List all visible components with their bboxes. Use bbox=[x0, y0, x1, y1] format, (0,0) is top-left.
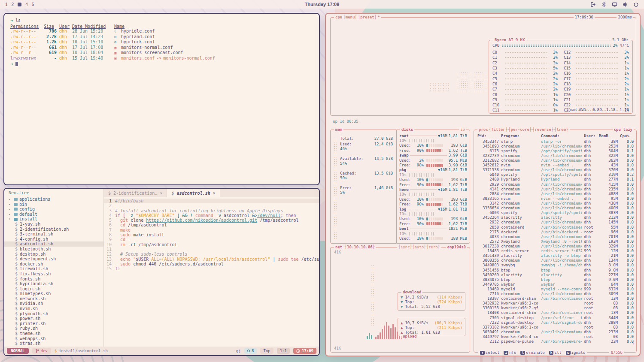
tab-menu[interactable]: ┤menu├ bbox=[343, 15, 357, 19]
tree-file-ruby.sh[interactable]: $ruby.sh bbox=[4, 326, 103, 331]
power-icon[interactable] bbox=[633, 2, 639, 7]
process-row[interactable]: 3373182kworker/u96:1-coroot0B0.0 bbox=[474, 325, 636, 329]
code-line[interactable]: 13 echo "$USER ALL=(ALL) NOPASSWD: /usr/… bbox=[104, 257, 319, 262]
tree-file-power.sh[interactable]: $power.sh bbox=[4, 316, 103, 321]
code-line[interactable]: 15fi bbox=[104, 266, 319, 271]
code-line[interactable]: 12 # Setup sudo-less controls bbox=[104, 252, 319, 256]
tree-file-plymouth.sh[interactable]: $plymouth.sh bbox=[4, 311, 103, 317]
scroll-up-icon[interactable]: ↑ bbox=[633, 139, 635, 144]
tree-file-fonts.sh[interactable]: $fonts.sh bbox=[4, 277, 103, 282]
tree-file-login.sh[interactable]: $login.sh bbox=[4, 287, 103, 292]
code-line[interactable]: 4if [ -z "$OMARCHY_BARE" ] && ! command … bbox=[104, 213, 319, 218]
process-row[interactable]: 18483redis-serverredis-server *:63799912… bbox=[474, 249, 636, 253]
tree-folder-bin[interactable]: ▸bin bbox=[4, 202, 103, 207]
tree-folder-install[interactable]: ▾install bbox=[4, 217, 103, 222]
proc-tab-tree[interactable]: ┤tree├ bbox=[554, 127, 568, 132]
process-row[interactable]: 3432932kworker/u96:3-coroot0B0.0 bbox=[474, 301, 636, 306]
hint-ignals[interactable]: signals bbox=[566, 350, 585, 355]
volume-icon[interactable] bbox=[623, 2, 628, 7]
process-row[interactable]: 7232signal-desktop/usr/lib/signal-dedhh2… bbox=[474, 320, 636, 325]
tree-file-firewall.sh[interactable]: $firewall.sh bbox=[4, 266, 103, 272]
code-line[interactable]: 10 rm -rf /tmp/asdcontrol bbox=[104, 242, 319, 247]
process-column-header[interactable]: MemB bbox=[599, 134, 618, 138]
code-line[interactable]: 1#!/bin/bash bbox=[104, 199, 319, 203]
process-row[interactable]: 3033165nvimnvim --embed .dhh95M0.0 bbox=[474, 196, 636, 201]
system-monitor-window[interactable]: cpu┤menu├┤preset├* 17:09:30 2000ms Ryzen… bbox=[325, 13, 641, 356]
process-row[interactable]: 2488HyprlandHyprlanddhh277M0.1 bbox=[474, 177, 636, 182]
process-row[interactable]: 3452264alacrittyalacrittydhh212M0.0 bbox=[474, 215, 636, 220]
network-interface[interactable]: enp194s0 bbox=[446, 245, 467, 249]
process-row[interactable]: 18397containerd-shim/usr/bin/containerro… bbox=[474, 296, 636, 301]
process-column-header[interactable]: Command: bbox=[541, 134, 582, 138]
net-tab-sync[interactable]: ┤sync├ bbox=[398, 245, 412, 249]
process-row[interactable]: 4141chromium/usr/lib/chromium/dhh235M0.0 bbox=[474, 187, 636, 191]
process-row[interactable]: 3232739chromium/usr/lib/chromium/dhh322M… bbox=[474, 153, 636, 158]
tree-folder-default[interactable]: ▸default bbox=[4, 212, 103, 217]
process-row[interactable]: 3452612nvimnvim --embed .dhh43M0.0 bbox=[474, 163, 636, 168]
process-row[interactable]: 3017238chromium/usr/lib/chromium/dhh329M… bbox=[474, 244, 636, 248]
tree-file-printer.sh[interactable]: $printer.sh bbox=[4, 321, 103, 326]
tree-file-hyprlandia.sh[interactable]: $hyprlandia.sh bbox=[4, 281, 103, 287]
io-toggle[interactable]: io bbox=[459, 127, 466, 132]
process-row[interactable]: 18408containerd-shim/usr/bin/containerro… bbox=[474, 311, 636, 315]
tab-2-identification…[interactable]: $2-identification…× bbox=[104, 189, 167, 197]
process-row[interactable]: 2929chromium/usr/lib/chromium/dhh415M0.0 bbox=[474, 182, 636, 187]
tree-file-theme.sh[interactable]: $theme.sh bbox=[4, 331, 103, 336]
process-row[interactable]: 3449797kworker/u96:4-coroot0B0.0 bbox=[474, 334, 636, 339]
tree-file-mimetypes.sh[interactable]: $mimetypes.sh bbox=[4, 291, 103, 296]
tree-file-nvidia.sh[interactable]: $nvidia.sh bbox=[4, 301, 103, 306]
process-row[interactable]: 2058containerd/usr/bin/containerroot55M0… bbox=[474, 225, 636, 229]
process-row[interactable]: 3034075btopbtopdhh9.0M0.0 bbox=[474, 277, 636, 282]
process-row[interactable]: 3008356chromium/usr/lib/chromium/dhh134M… bbox=[474, 258, 636, 263]
process-row[interactable]: 3451693chromium/usr/lib/chromium/dhh253M… bbox=[474, 144, 636, 148]
screenshare-icon[interactable] bbox=[590, 2, 596, 7]
hint-select[interactable]: ↑select bbox=[480, 350, 499, 355]
process-row[interactable]: 18469mysqldmysqld --max-conne999632M0.0 bbox=[474, 287, 636, 291]
process-row[interactable]: 2932chromium/usr/lib/chromium/dhh145M0.0 bbox=[474, 220, 636, 225]
process-row[interactable]: 2572XwaylandXwayland :0 -rootldhh193M0.0 bbox=[474, 239, 636, 244]
process-row[interactable]: 6003spotify/opt/spotify/spotidhh383M0.0 bbox=[474, 211, 636, 215]
tree-file-nvim.sh[interactable]: $nvim.sh bbox=[4, 306, 103, 311]
terminal-window[interactable]: → ls PermissionsSizeUserDate ModifiedNam… bbox=[3, 13, 320, 185]
process-row[interactable]: 2884chromium/usr/lib/chromium/dhh488M0.0 bbox=[474, 191, 636, 196]
tab-cpu[interactable]: cpu bbox=[335, 15, 342, 19]
hint-ill[interactable]: kill bbox=[549, 350, 562, 355]
proc-tab-filter[interactable]: ┤filter├ bbox=[489, 127, 507, 132]
tree-file-fix-fkeys.sh[interactable]: $fix-fkeys.sh bbox=[4, 272, 103, 277]
tree-folder-config[interactable]: ▸config bbox=[4, 207, 103, 212]
close-icon[interactable]: × bbox=[213, 191, 216, 196]
editor-window[interactable]: Neo-tree ▸applications▸bin▸config▸defaul… bbox=[3, 188, 320, 356]
process-column-header[interactable]: Pid: bbox=[477, 134, 499, 138]
hint-erminate[interactable]: terminate bbox=[520, 350, 544, 355]
proc-tab-per-core[interactable]: ┤per-core├ bbox=[508, 127, 532, 132]
process-row[interactable]: 7305signal-desktop/proc/self/exe --tdhh3… bbox=[474, 315, 636, 320]
tree-file-xtras.sh[interactable]: $xtras.sh bbox=[4, 341, 103, 346]
tree-file-development.sh[interactable]: $development.sh bbox=[4, 256, 103, 262]
process-row[interactable]: 6175spotify/opt/spotify/spotidhh504M0.1 bbox=[474, 148, 636, 153]
tree-folder-applications[interactable]: ▸applications bbox=[4, 197, 103, 202]
process-sort[interactable]: cpu lazy bbox=[613, 127, 634, 132]
process-row[interactable]: 3449785waybarwaybardhh64M0.0 bbox=[474, 282, 636, 287]
process-row[interactable]: 7716chromium/usr/lib/chromium/dhh309M0.0 bbox=[474, 292, 636, 296]
process-row[interactable]: 6040spotify/opt/spotify/spotidhh319M0.2 bbox=[474, 172, 636, 177]
scroll-down-icon[interactable]: ↓ bbox=[633, 341, 635, 345]
process-row[interactable]: 3371538chromium/usr/lib/chromium/dhh370M… bbox=[474, 168, 636, 172]
display-icon[interactable] bbox=[612, 2, 617, 7]
tree-file-network.sh[interactable]: $network.sh bbox=[4, 296, 103, 302]
process-row[interactable]: 3050491chromium/usr/lib/chromium/dhh233M… bbox=[474, 329, 636, 334]
code-line[interactable]: 11 bbox=[104, 247, 319, 252]
code-line[interactable]: 3# Install asdcontrol for controlling br… bbox=[104, 208, 319, 213]
code-line[interactable]: 2 bbox=[104, 203, 319, 208]
bluetooth-icon[interactable] bbox=[601, 2, 607, 7]
tab-asdcontrol.sh[interactable]: $asdcontrol.sh× bbox=[167, 189, 220, 197]
hint-nfo[interactable]: info bbox=[504, 350, 516, 355]
tree-file-1-yay.sh[interactable]: $1-yay.sh bbox=[4, 222, 103, 227]
tree-file-bluetooth.sh[interactable]: $bluetooth.sh bbox=[4, 247, 103, 252]
code-line[interactable]: 7 make bbox=[104, 228, 319, 232]
process-column-header[interactable]: User: bbox=[584, 134, 597, 138]
net-tab-zero[interactable]: ┤zero├ bbox=[426, 245, 440, 249]
tree-file-docker.sh[interactable]: $docker.sh bbox=[4, 262, 103, 267]
process-column-header[interactable]: Cpu% bbox=[620, 134, 634, 138]
process-row[interactable]: 3212682chromium/usr/lib/chromium/dhh362M… bbox=[474, 158, 636, 163]
code-line[interactable]: 8 sudo make install bbox=[104, 232, 319, 237]
